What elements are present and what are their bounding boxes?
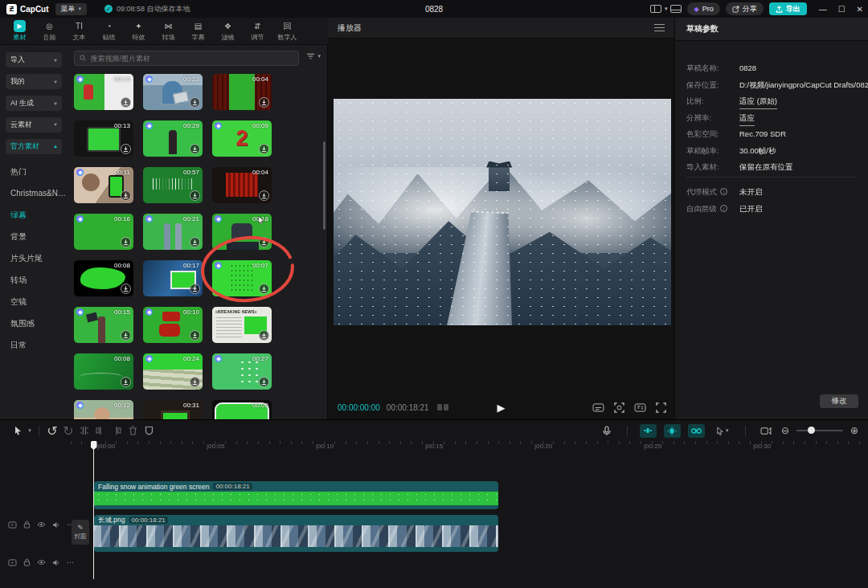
- media-thumbnail-curtains-open[interactable]: 00:04: [212, 74, 272, 110]
- sidebar-item-空镜[interactable]: 空镜: [0, 291, 68, 312]
- clip-greatwall-image[interactable]: 长城.png 00:00:18:21: [94, 515, 498, 552]
- preview-axis-icon[interactable]: [758, 423, 774, 438]
- grid-scrollbar[interactable]: [323, 141, 326, 230]
- media-thumbnail-presenter[interactable]: 00:29: [143, 120, 203, 157]
- download-icon[interactable]: [121, 237, 131, 247]
- lock-icon[interactable]: [23, 521, 31, 529]
- download-icon[interactable]: [190, 190, 200, 201]
- ratio-icon[interactable]: [634, 403, 646, 412]
- download-icon[interactable]: [121, 377, 131, 387]
- sidebar-item-热门[interactable]: 热门: [0, 161, 68, 182]
- player-menu-icon[interactable]: [654, 24, 665, 31]
- tab-文本[interactable]: TI 文本: [64, 20, 94, 42]
- preview-focus-icon[interactable]: [614, 402, 624, 413]
- media-thumbnail-curtain[interactable]: 00:04: [212, 167, 272, 203]
- playhead[interactable]: [93, 441, 94, 579]
- pro-badge[interactable]: ◆ Pro: [687, 2, 719, 15]
- media-thumbnail-waveform[interactable]: 00:57: [143, 167, 203, 203]
- layout-bottom-icon[interactable]: [670, 5, 682, 13]
- sidebar-dropdown-导入[interactable]: 导入▾: [6, 52, 62, 67]
- download-icon[interactable]: [259, 190, 269, 201]
- media-thumbnail-books-man[interactable]: 00:12: [74, 400, 133, 419]
- tab-贴纸[interactable]: ◔ 贴纸: [94, 20, 124, 42]
- info-icon[interactable]: i: [720, 188, 727, 195]
- tab-素材[interactable]: ▶ 素材: [5, 20, 35, 42]
- more-icon[interactable]: ⋯: [67, 558, 75, 566]
- download-icon[interactable]: [121, 284, 131, 294]
- download-icon[interactable]: [190, 284, 200, 294]
- download-icon[interactable]: [259, 144, 269, 154]
- filter-button[interactable]: ▾: [306, 52, 321, 60]
- record-voiceover-icon[interactable]: [599, 423, 615, 438]
- sidebar-dropdown-官方素材[interactable]: 官方素材▴: [6, 139, 62, 154]
- download-icon[interactable]: [259, 284, 269, 294]
- media-thumbnail-tv[interactable]: 00:13: [74, 120, 133, 157]
- mute-icon[interactable]: [52, 559, 60, 566]
- download-icon[interactable]: [190, 330, 200, 341]
- tab-字幕[interactable]: ▤ 字幕: [183, 20, 213, 42]
- layout-panels-icon[interactable]: [650, 5, 661, 13]
- media-thumbnail-tvs[interactable]: 00:31: [143, 400, 203, 419]
- zoom-out-icon[interactable]: ⊖: [781, 425, 789, 436]
- magnetic-snap-toggle[interactable]: [640, 424, 657, 438]
- track-type-icon[interactable]: [8, 559, 17, 566]
- media-thumbnail-news-blue[interactable]: 00:17: [143, 260, 203, 296]
- sidebar-item-Christmas&Ne...[interactable]: Christmas&Ne...: [0, 182, 68, 204]
- timeline-zoom-slider[interactable]: [796, 430, 843, 431]
- eye-icon[interactable]: [37, 521, 46, 528]
- tab-调节[interactable]: ⇵ 调节: [243, 20, 272, 42]
- download-icon[interactable]: [190, 237, 200, 247]
- param-value[interactable]: 适应: [739, 113, 755, 126]
- media-thumbnail-man-tablet[interactable]: 00:23: [143, 74, 203, 110]
- player-video[interactable]: [334, 99, 671, 325]
- maximize-button[interactable]: ☐: [838, 5, 845, 14]
- media-thumbnail-bubbles[interactable]: 00:27: [212, 353, 272, 390]
- cover-button[interactable]: ✎ 封面: [72, 520, 89, 545]
- quality-icon[interactable]: [592, 403, 604, 412]
- undo-icon[interactable]: ↺: [44, 423, 60, 438]
- chevron-down-icon[interactable]: ▾: [26, 423, 34, 438]
- share-button[interactable]: 分享: [726, 2, 764, 15]
- media-thumbnail-plain-green[interactable]: 00:16: [74, 214, 133, 250]
- download-icon[interactable]: [190, 144, 200, 154]
- media-thumbnail-snow-green[interactable]: 00:07: [212, 260, 272, 296]
- link-toggle[interactable]: [688, 424, 705, 438]
- sidebar-dropdown-AI 生成[interactable]: AI 生成▾: [6, 96, 62, 111]
- track-type-icon[interactable]: [8, 521, 17, 529]
- media-thumbnail-number2[interactable]: 00:09: [212, 120, 272, 157]
- time-ruler[interactable]: |00:00|00:05|00:10|00:15|00:20|00:25|00:…: [68, 441, 868, 453]
- close-button[interactable]: ✕: [857, 5, 863, 14]
- media-thumbnail-phone-girl[interactable]: 00:11: [74, 167, 133, 203]
- param-value[interactable]: 适应 (原始): [739, 96, 777, 109]
- media-thumbnail-desk-man[interactable]: 00:18: [212, 214, 272, 250]
- sidebar-item-氛围感[interactable]: 氛围感: [0, 312, 68, 334]
- media-thumbnail-rounded-green[interactable]: 00:05: [212, 400, 272, 419]
- tab-特效[interactable]: ✦ 特效: [124, 20, 154, 42]
- split-left-icon[interactable]: [92, 423, 108, 438]
- eye-icon[interactable]: [37, 559, 46, 566]
- sidebar-dropdown-云素材[interactable]: 云素材▾: [6, 117, 62, 133]
- download-icon[interactable]: [121, 97, 131, 108]
- tab-转场[interactable]: ⋈ 转场: [154, 20, 183, 42]
- download-icon[interactable]: [121, 144, 131, 154]
- sidebar-dropdown-我的[interactable]: 我的▾: [6, 74, 62, 89]
- tab-数字人[interactable]: 回 数字人: [272, 20, 302, 42]
- cursor-mode-dropdown[interactable]: ▾: [712, 423, 733, 438]
- sidebar-item-绿幕[interactable]: 绿幕: [0, 204, 68, 226]
- split-icon[interactable]: [76, 423, 92, 438]
- download-icon[interactable]: [190, 377, 200, 387]
- lock-icon[interactable]: [23, 558, 31, 566]
- download-icon[interactable]: [259, 97, 269, 108]
- download-icon[interactable]: [121, 330, 131, 341]
- search-input[interactable]: [91, 55, 293, 63]
- sidebar-item-片头片尾[interactable]: 片头片尾: [0, 247, 68, 269]
- redo-icon[interactable]: ↻: [60, 423, 76, 438]
- export-button[interactable]: 导出: [769, 2, 807, 15]
- fullscreen-icon[interactable]: [656, 402, 666, 413]
- sidebar-item-背景[interactable]: 背景: [0, 226, 68, 247]
- media-thumbnail-newspaper[interactable]: ≡BREAKING NEWS≡: [212, 307, 272, 343]
- mute-icon[interactable]: [52, 521, 60, 529]
- select-tool-icon[interactable]: [10, 423, 26, 438]
- tab-滤镜[interactable]: ❖ 滤镜: [213, 20, 243, 42]
- chevron-down-icon[interactable]: ▾: [665, 6, 668, 12]
